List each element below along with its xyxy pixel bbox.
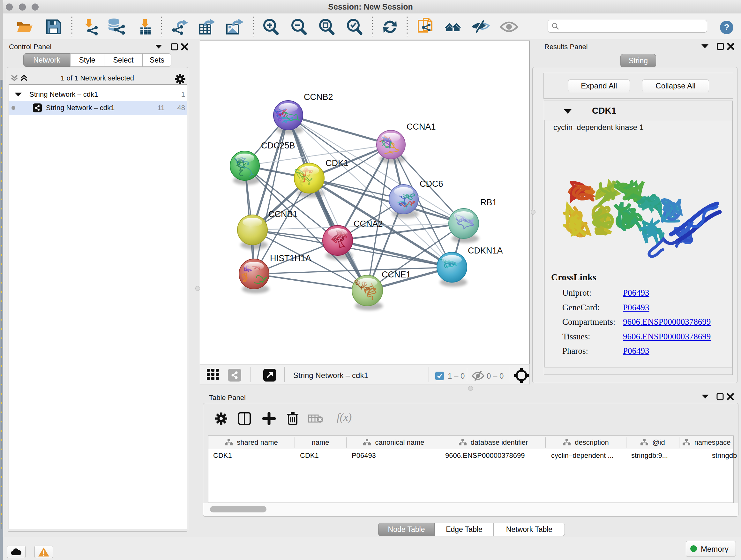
svg-text:CDKN1A: CDKN1A (468, 246, 503, 255)
svg-text:CDK1: CDK1 (326, 159, 348, 168)
svg-text:CCNA2: CCNA2 (354, 219, 383, 229)
svg-text:CCNA1: CCNA1 (407, 122, 436, 132)
svg-text:RB1: RB1 (480, 198, 497, 207)
svg-text:CDC6: CDC6 (420, 179, 443, 189)
svg-text:CDC25B: CDC25B (261, 141, 295, 150)
svg-text:CCNB2: CCNB2 (304, 92, 333, 102)
svg-text:CCNE1: CCNE1 (382, 270, 411, 279)
svg-text:CCNB1: CCNB1 (268, 209, 298, 219)
svg-text:HIST1H1A: HIST1H1A (270, 253, 311, 263)
